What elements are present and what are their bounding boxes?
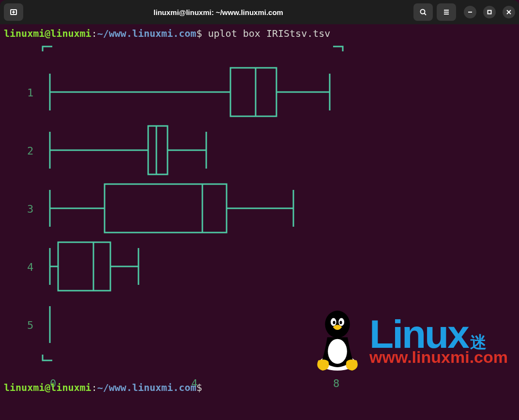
boxplot-svg (4, 45, 517, 393)
box-3 (50, 184, 293, 233)
command-text: uplot box IRIStsv.tsv (208, 28, 330, 39)
prompt-user: linuxmi@linuxmi (4, 28, 92, 39)
search-button[interactable] (413, 3, 433, 21)
maximize-button[interactable] (483, 6, 496, 18)
svg-rect-26 (105, 184, 227, 233)
svg-rect-32 (58, 242, 110, 291)
boxplot-chart: 1 2 3 4 5 0 4 8 (4, 45, 515, 396)
prompt-path: ~/www.linuxmi.com (97, 382, 197, 393)
svg-line-4 (425, 14, 427, 16)
svg-rect-14 (230, 68, 276, 116)
svg-point-3 (421, 10, 425, 14)
minimize-button[interactable] (464, 6, 476, 18)
terminal-area[interactable]: linuxmi@linuxmi:~/www.linuxmi.com$ uplot… (0, 24, 519, 396)
box-4 (50, 242, 138, 291)
close-button[interactable] (503, 6, 515, 18)
window-controls (464, 6, 515, 18)
prompt-path: ~/www.linuxmi.com (97, 28, 197, 39)
prompt-line-1: linuxmi@linuxmi:~/www.linuxmi.com$ uplot… (4, 27, 515, 40)
svg-rect-9 (488, 11, 491, 14)
window-titlebar: linuxmi@linuxmi: ~/www.linuxmi.com (0, 0, 519, 24)
window-title: linuxmi@linuxmi: ~/www.linuxmi.com (27, 8, 410, 16)
box-2 (50, 126, 206, 174)
menu-button[interactable] (437, 3, 456, 21)
box-1 (50, 68, 330, 116)
svg-rect-20 (148, 126, 168, 174)
new-tab-button[interactable] (4, 3, 23, 21)
prompt-user: linuxmi@linuxmi (4, 382, 92, 393)
prompt-line-2: linuxmi@linuxmi:~/www.linuxmi.com$ (4, 381, 202, 394)
